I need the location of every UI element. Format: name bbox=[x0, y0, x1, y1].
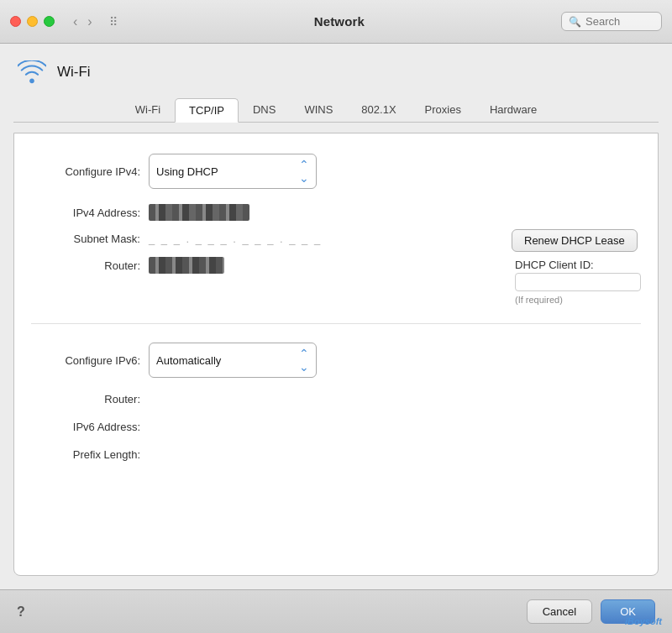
configure-ipv6-select[interactable]: Automatically ⌃⌄ bbox=[149, 343, 317, 378]
router-ipv4-value bbox=[149, 257, 224, 274]
close-button[interactable] bbox=[10, 16, 21, 27]
minimize-button[interactable] bbox=[27, 16, 38, 27]
configure-ipv4-value: Using DHCP bbox=[156, 165, 218, 178]
titlebar: ‹ › ⠿ Network 🔍 bbox=[0, 0, 672, 44]
tab-bar: Wi-Fi TCP/IP DNS WINS 802.1X Proxies Har… bbox=[13, 97, 659, 123]
subnet-mask-value: _ _ _ . _ _ _ . _ _ _ . _ _ _ bbox=[149, 233, 322, 245]
cancel-button[interactable]: Cancel bbox=[527, 599, 592, 624]
ipv4-address-label: IPv4 Address: bbox=[31, 207, 140, 219]
chevron-down-icon: ⌃⌄ bbox=[299, 158, 309, 185]
configure-ipv4-label: Configure IPv4: bbox=[31, 165, 140, 178]
traffic-lights bbox=[10, 16, 55, 27]
dhcp-client-id-input[interactable] bbox=[515, 273, 641, 291]
tab-wifi[interactable]: Wi-Fi bbox=[121, 97, 175, 122]
tab-hardware[interactable]: Hardware bbox=[475, 97, 551, 122]
configure-ipv6-label: Configure IPv6: bbox=[31, 354, 140, 367]
subnet-mask-label: Subnet Mask: bbox=[31, 233, 140, 245]
ipv6-address-row: IPv6 Address: bbox=[31, 421, 641, 433]
search-icon: 🔍 bbox=[569, 16, 581, 28]
router-v6-label: Router: bbox=[31, 393, 140, 405]
ipv4-address-row: IPv4 Address: bbox=[31, 204, 495, 221]
tcpip-panel: Configure IPv4: Using DHCP ⌃⌄ IPv4 Addre… bbox=[13, 133, 659, 576]
tab-tcpip[interactable]: TCP/IP bbox=[175, 98, 239, 123]
subnet-mask-row: Subnet Mask: _ _ _ . _ _ _ . _ _ _ . _ _… bbox=[31, 233, 495, 245]
tab-8021x[interactable]: 802.1X bbox=[347, 97, 410, 122]
tab-proxies[interactable]: Proxies bbox=[411, 97, 475, 122]
configure-ipv6-row: Configure IPv6: Automatically ⌃⌄ bbox=[31, 343, 641, 378]
maximize-button[interactable] bbox=[44, 16, 55, 27]
wifi-label: Wi-Fi bbox=[57, 64, 91, 81]
footer: ? Cancel OK bbox=[0, 589, 672, 633]
divider bbox=[31, 323, 641, 324]
tab-dns[interactable]: DNS bbox=[239, 97, 290, 122]
help-button[interactable]: ? bbox=[17, 604, 25, 620]
tab-wins[interactable]: WINS bbox=[290, 97, 347, 122]
nav-buttons: ‹ › bbox=[70, 13, 96, 30]
search-input[interactable] bbox=[585, 15, 653, 28]
prefix-length-label: Prefix Length: bbox=[31, 448, 140, 461]
renew-dhcp-button[interactable]: Renew DHCP Lease bbox=[512, 229, 638, 252]
dhcp-hint: (If required) bbox=[515, 295, 641, 305]
window-title: Network bbox=[124, 14, 554, 29]
dhcp-client-id-label: DHCP Client ID: bbox=[515, 259, 641, 271]
configure-ipv4-row: Configure IPv4: Using DHCP ⌃⌄ bbox=[31, 154, 641, 189]
chevron-ipv6-icon: ⌃⌄ bbox=[299, 347, 309, 374]
main-content: Wi-Fi Wi-Fi TCP/IP DNS WINS 802.1X Proxi… bbox=[0, 44, 672, 589]
ipv4-address-value bbox=[149, 204, 249, 221]
prefix-length-row: Prefix Length: bbox=[31, 448, 641, 461]
back-button[interactable]: ‹ bbox=[70, 13, 81, 30]
search-box[interactable]: 🔍 bbox=[561, 12, 662, 31]
wifi-header: Wi-Fi bbox=[13, 57, 659, 87]
forward-button[interactable]: › bbox=[84, 13, 95, 30]
router-ipv4-row: Router: bbox=[31, 257, 495, 274]
configure-ipv4-select[interactable]: Using DHCP ⌃⌄ bbox=[149, 154, 317, 189]
configure-ipv6-value: Automatically bbox=[156, 354, 221, 367]
ipv6-address-label: IPv6 Address: bbox=[31, 421, 140, 433]
watermark: iBoysoft bbox=[625, 616, 662, 626]
grid-icon: ⠿ bbox=[109, 15, 118, 29]
router-v6-row: Router: bbox=[31, 393, 641, 405]
wifi-icon bbox=[17, 57, 47, 87]
router-ipv4-label: Router: bbox=[31, 259, 140, 272]
